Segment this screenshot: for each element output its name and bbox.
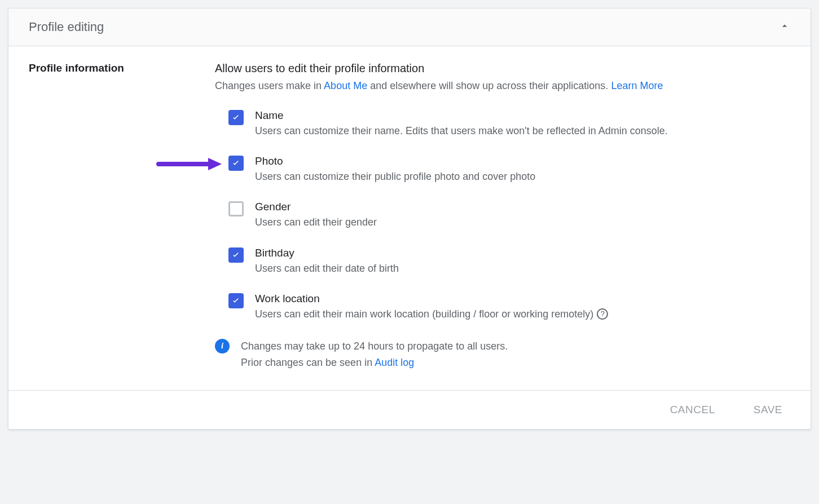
right-column: Allow users to edit their profile inform… — [215, 62, 790, 371]
option-title-work-location: Work location — [255, 293, 790, 305]
option-title-name: Name — [255, 109, 790, 122]
info-icon: i — [215, 339, 230, 353]
card-header-title: Profile editing — [29, 20, 104, 34]
info-row: i Changes may take up to 24 hours to pro… — [215, 338, 790, 371]
option-desc-work-location: Users can edit their main work location … — [255, 307, 790, 321]
checkbox-birthday[interactable] — [228, 247, 244, 263]
audit-log-link[interactable]: Audit log — [375, 357, 414, 368]
cancel-button[interactable]: CANCEL — [667, 403, 719, 417]
checkbox-gender[interactable] — [228, 201, 244, 216]
option-row-name: NameUsers can customize their name. Edit… — [228, 109, 790, 138]
main-heading: Allow users to edit their profile inform… — [215, 62, 790, 75]
profile-editing-card: Profile editing Profile information Allo… — [8, 8, 811, 430]
option-text-birthday: BirthdayUsers can edit their date of bir… — [255, 247, 790, 276]
option-row-work-location: Work locationUsers can edit their main w… — [228, 293, 790, 321]
subtext-part1: Changes users make in — [215, 80, 324, 91]
info-line1: Changes may take up to 24 hours to propa… — [241, 341, 508, 352]
card-header[interactable]: Profile editing — [8, 8, 811, 46]
option-text-name: NameUsers can customize their name. Edit… — [255, 109, 790, 138]
option-desc-gender: Users can edit their gender — [255, 215, 790, 229]
checkbox-work-location[interactable] — [228, 293, 244, 308]
option-text-photo: PhotoUsers can customize their public pr… — [255, 155, 790, 184]
about-me-link[interactable]: About Me — [324, 80, 367, 91]
learn-more-link[interactable]: Learn More — [611, 80, 663, 91]
left-column: Profile information — [29, 62, 215, 371]
info-text: Changes may take up to 24 hours to propa… — [241, 338, 508, 371]
option-title-gender: Gender — [255, 201, 790, 213]
save-button[interactable]: SAVE — [750, 403, 786, 417]
option-text-gender: GenderUsers can edit their gender — [255, 201, 790, 229]
info-line2a: Prior changes can be seen in — [241, 357, 375, 368]
option-desc-photo: Users can customize their public profile… — [255, 170, 790, 184]
checkbox-photo[interactable] — [228, 156, 244, 171]
chevron-up-icon[interactable] — [779, 20, 790, 34]
subtext-part2: and elsewhere will show up across their … — [367, 80, 611, 91]
option-desc-birthday: Users can edit their date of birth — [255, 262, 790, 276]
section-label: Profile information — [29, 62, 215, 74]
option-row-birthday: BirthdayUsers can edit their date of bir… — [228, 247, 790, 276]
option-text-work-location: Work locationUsers can edit their main w… — [255, 293, 790, 321]
card-footer: CANCEL SAVE — [8, 390, 811, 429]
annotation-arrow-icon — [156, 156, 224, 174]
option-title-birthday: Birthday — [255, 247, 790, 259]
subtext: Changes users make in About Me and elsew… — [215, 78, 790, 94]
option-row-gender: GenderUsers can edit their gender — [228, 201, 790, 229]
checkbox-name[interactable] — [228, 110, 244, 125]
options-list: NameUsers can customize their name. Edit… — [215, 109, 790, 321]
option-desc-name: Users can customize their name. Edits th… — [255, 124, 790, 138]
help-icon[interactable]: ? — [597, 308, 608, 320]
option-title-photo: Photo — [255, 155, 790, 167]
card-body: Profile information Allow users to edit … — [8, 46, 811, 390]
option-row-photo: PhotoUsers can customize their public pr… — [228, 155, 790, 184]
